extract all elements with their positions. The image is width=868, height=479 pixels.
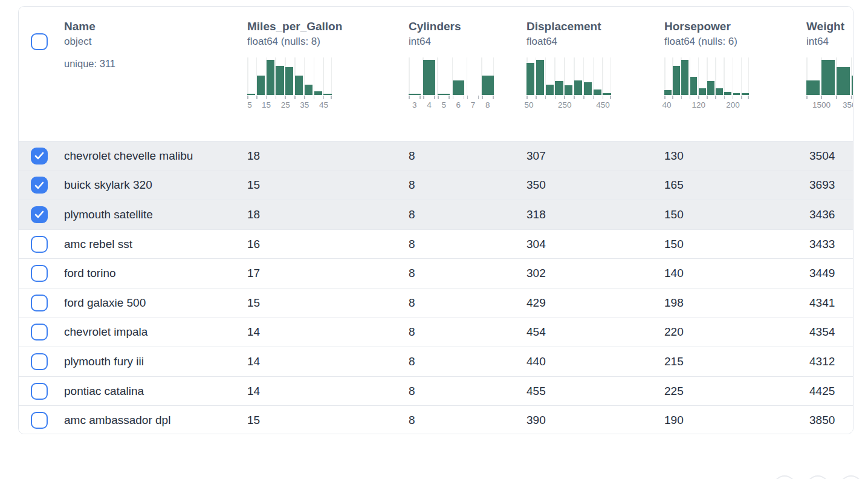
column-header-miles-per-gallon[interactable]: Miles_per_Gallon float64 (nulls: 8) 5152… xyxy=(247,19,342,111)
histogram-bar xyxy=(733,93,740,95)
axis-tick-label: 3500 xyxy=(843,100,853,109)
axis-tick-label: 3 xyxy=(412,100,417,109)
column-header-weight[interactable]: Weight int64 15003500 xyxy=(806,19,844,111)
cell-displacement: 429 xyxy=(526,296,546,310)
row-checkbox[interactable] xyxy=(31,324,48,341)
table-row: ford galaxie 5001584291984341 xyxy=(19,288,853,318)
axis-tick xyxy=(555,96,556,99)
histogram-bar xyxy=(482,76,494,95)
histogram-miles-per-gallon[interactable]: 515253545 xyxy=(247,57,342,111)
hidden-action-button[interactable] xyxy=(806,475,829,479)
cell-weight: 3693 xyxy=(809,178,835,192)
axis-tick xyxy=(564,96,565,99)
table-row: ford torino1783021403449 xyxy=(19,258,853,288)
cell-displacement: 455 xyxy=(526,385,546,398)
axis-tick xyxy=(574,96,575,99)
row-checkbox[interactable] xyxy=(31,236,48,253)
histogram-weight[interactable]: 15003500 xyxy=(806,57,844,111)
histogram-cylinders[interactable]: 345678 xyxy=(409,57,461,111)
cell-horsepower: 140 xyxy=(664,267,684,280)
gridline xyxy=(611,57,612,95)
hidden-action-button[interactable] xyxy=(840,475,863,479)
histogram-horsepower[interactable]: 40120200 xyxy=(664,57,737,111)
cell-displacement: 440 xyxy=(526,355,546,368)
histogram-displacement[interactable]: 50250450 xyxy=(526,57,601,111)
axis-tick-label: 1500 xyxy=(812,100,831,109)
cell-name: plymouth satellite xyxy=(64,208,153,221)
axis-tick xyxy=(294,96,296,99)
axis-tick-label: 4 xyxy=(427,100,432,109)
axis-tick xyxy=(681,96,682,99)
axis-tick xyxy=(247,96,248,99)
cell-cylinders: 8 xyxy=(409,385,415,398)
column-dtype: float64 xyxy=(526,34,601,50)
axis-tick xyxy=(266,96,267,99)
row-checkbox[interactable] xyxy=(31,295,48,311)
axis-tick xyxy=(256,96,257,99)
cell-horsepower: 220 xyxy=(664,325,684,339)
column-header-cylinders[interactable]: Cylinders int64 345678 xyxy=(409,19,461,111)
histogram-bar xyxy=(603,93,611,95)
row-checkbox[interactable] xyxy=(31,148,48,165)
table-header-row: Name object unique: 311 Miles_per_Gallon… xyxy=(19,7,853,141)
cell-displacement: 350 xyxy=(526,178,546,192)
histogram-bar xyxy=(594,90,601,95)
row-checkbox[interactable] xyxy=(31,383,48,400)
cell-horsepower: 130 xyxy=(664,149,684,163)
axis-tick-label: 25 xyxy=(281,100,290,109)
column-header-name[interactable]: Name object unique: 311 xyxy=(64,19,115,70)
column-title: Weight xyxy=(806,19,844,34)
cell-cylinders: 8 xyxy=(409,149,415,163)
cell-miles_per_gallon: 15 xyxy=(247,296,260,310)
axis-tick-label: 50 xyxy=(524,100,533,109)
cell-name: ford galaxie 500 xyxy=(64,296,146,310)
cell-weight: 3850 xyxy=(809,414,835,427)
select-all-checkbox[interactable] xyxy=(31,33,48,50)
column-header-horsepower[interactable]: Horsepower float64 (nulls: 6) 40120200 xyxy=(664,19,737,111)
histogram-bar xyxy=(423,60,435,95)
axis-tick xyxy=(583,96,585,99)
row-checkbox[interactable] xyxy=(31,412,48,429)
histogram-bar xyxy=(821,60,835,95)
table-row: pontiac catalina1484552254425 xyxy=(19,376,853,406)
axis-tick xyxy=(304,96,305,99)
row-checkbox[interactable] xyxy=(31,353,48,370)
cell-name: chevrolet chevelle malibu xyxy=(64,149,193,163)
axis-tick-label: 5 xyxy=(247,100,252,109)
hidden-action-button[interactable] xyxy=(773,475,796,479)
column-title: Horsepower xyxy=(664,19,737,34)
axis-tick xyxy=(724,96,725,99)
cell-displacement: 304 xyxy=(526,238,546,251)
histogram-bar xyxy=(526,63,534,95)
table-row: chevrolet chevelle malibu1883071303504 xyxy=(19,141,853,171)
histogram-bar xyxy=(409,94,421,95)
checkmark-icon xyxy=(34,152,44,160)
axis-tick xyxy=(482,96,483,99)
cell-weight: 3449 xyxy=(809,267,835,280)
histogram-bar xyxy=(852,76,853,95)
axis-tick xyxy=(419,96,421,99)
axis-tick xyxy=(690,96,691,99)
axis-tick-label: 45 xyxy=(319,100,328,109)
cell-name: chevrolet impala xyxy=(64,325,147,339)
table-row: amc rebel sst1683041503433 xyxy=(19,229,853,259)
cell-weight: 4341 xyxy=(809,296,835,310)
column-header-displacement[interactable]: Displacement float64 50250450 xyxy=(526,19,601,111)
cell-horsepower: 190 xyxy=(664,414,684,427)
row-checkbox[interactable] xyxy=(31,265,48,282)
cell-horsepower: 225 xyxy=(664,385,684,398)
axis-tick xyxy=(733,96,734,99)
histogram-bar xyxy=(536,60,544,95)
axis-tick xyxy=(672,96,673,99)
row-checkbox[interactable] xyxy=(31,206,48,223)
cell-name: ford torino xyxy=(64,267,116,280)
cell-horsepower: 150 xyxy=(664,208,684,221)
row-checkbox[interactable] xyxy=(31,177,48,194)
histogram-bar xyxy=(438,94,450,95)
histogram-bar xyxy=(257,76,265,95)
gridline xyxy=(741,57,742,95)
column-dtype: float64 (nulls: 6) xyxy=(664,34,737,50)
table-row: chevrolet impala1484542204354 xyxy=(19,318,853,347)
cell-displacement: 454 xyxy=(526,325,546,339)
axis-tick xyxy=(409,96,410,99)
